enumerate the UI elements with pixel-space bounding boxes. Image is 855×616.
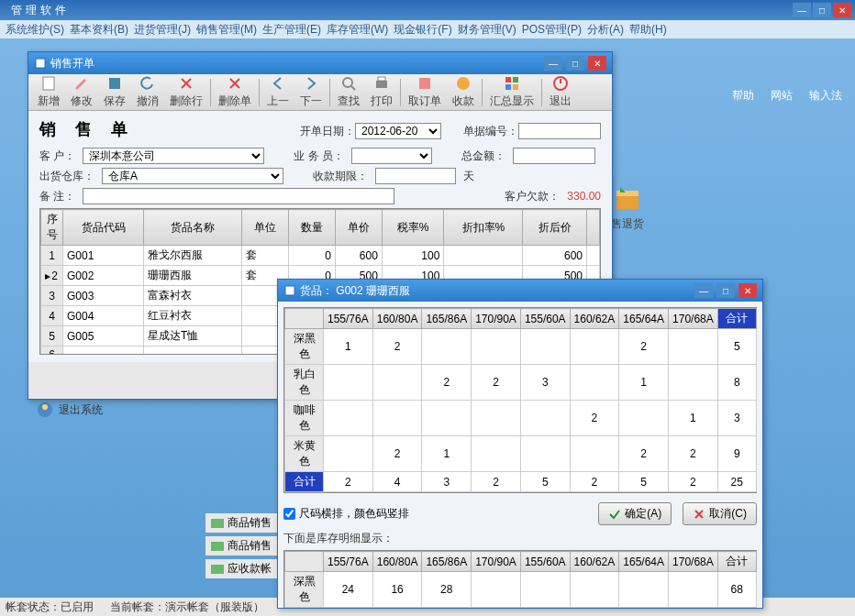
paydays-input[interactable] bbox=[375, 168, 456, 184]
svg-rect-1 bbox=[616, 191, 638, 196]
link-ime[interactable]: 输入法 bbox=[809, 88, 842, 104]
menu-sales[interactable]: 销售管理(M) bbox=[196, 22, 257, 38]
total-label: 总金额： bbox=[461, 148, 505, 164]
tb-edit[interactable]: 修改 bbox=[65, 73, 98, 111]
status-current-account: 当前帐套：演示帐套（服装版） bbox=[110, 600, 264, 615]
menu-finance[interactable]: 财务管理(V) bbox=[458, 22, 516, 38]
tb-getorder[interactable]: 取订单 bbox=[403, 73, 447, 111]
tb-next[interactable]: 下一 bbox=[294, 73, 328, 111]
tb-delrow[interactable]: 删除行 bbox=[164, 73, 208, 111]
menubar: 系统维护(S) 基本资料(B) 进货管理(J) 销售管理(M) 生产管理(E) … bbox=[0, 20, 855, 38]
tab-item[interactable]: 商品销售 bbox=[205, 536, 277, 556]
sales-minimize-button[interactable]: — bbox=[544, 56, 562, 71]
sales-title: 销售开单 bbox=[50, 56, 94, 72]
svg-rect-13 bbox=[513, 77, 518, 82]
paydays-label: 收款期限： bbox=[313, 169, 368, 184]
search-icon bbox=[340, 75, 357, 92]
next-icon bbox=[303, 75, 319, 92]
print-icon bbox=[373, 75, 390, 92]
tb-print[interactable]: 打印 bbox=[365, 73, 398, 111]
tab-label: 应收款帐 bbox=[228, 561, 272, 577]
tb-prev[interactable]: 上一 bbox=[261, 73, 294, 111]
delete-bill-icon bbox=[227, 75, 243, 92]
tab-item[interactable]: 商品销售 bbox=[205, 513, 277, 533]
status-account-state: 帐套状态：已启用 bbox=[6, 600, 94, 615]
menu-basic[interactable]: 基本资料(B) bbox=[70, 22, 128, 38]
svg-point-7 bbox=[343, 78, 352, 87]
matrix-row[interactable]: 深黑色1225 bbox=[285, 329, 757, 365]
stock-row: 深黑色24162868 bbox=[285, 572, 757, 608]
prev-icon bbox=[270, 75, 286, 92]
menu-stock[interactable]: 库存管理(W) bbox=[327, 22, 388, 38]
menu-purchase[interactable]: 进货管理(J) bbox=[134, 22, 191, 38]
goods-window: 货品： G002 珊珊西服 — □ ✕ 155/76A160/80A165/86… bbox=[277, 279, 763, 609]
grid-icon bbox=[211, 542, 224, 551]
stock-grid[interactable]: 155/76A160/80A165/86A170/90A155/60A160/6… bbox=[283, 550, 757, 608]
save-icon bbox=[106, 75, 123, 92]
exit-label: 退出系统 bbox=[59, 402, 103, 418]
goods-minimize-button[interactable]: — bbox=[694, 283, 713, 298]
main-maximize-button[interactable]: □ bbox=[813, 3, 831, 17]
sales-close-button[interactable]: ✕ bbox=[588, 56, 606, 71]
doc-icon bbox=[34, 57, 47, 70]
svg-rect-8 bbox=[376, 81, 387, 88]
remark-input[interactable] bbox=[83, 188, 394, 204]
tb-undo[interactable]: 撤消 bbox=[131, 73, 164, 111]
matrix-row[interactable]: 乳白色22318 bbox=[285, 365, 757, 401]
desktop-icon-return[interactable]: 售退货 bbox=[611, 183, 644, 232]
app-title: 管理软件 bbox=[4, 3, 791, 18]
menu-production[interactable]: 生产管理(E) bbox=[262, 22, 321, 38]
menu-help[interactable]: 帮助(H) bbox=[629, 22, 667, 38]
matrix-row[interactable]: 咖啡色213 bbox=[285, 401, 757, 436]
tb-delbill[interactable]: 删除单 bbox=[213, 73, 257, 111]
tb-exit[interactable]: 退出 bbox=[544, 73, 577, 111]
tb-find[interactable]: 查找 bbox=[332, 73, 365, 111]
goods-titlebar[interactable]: 货品： G002 珊珊西服 — □ ✕ bbox=[278, 280, 762, 302]
tb-summary[interactable]: 汇总显示 bbox=[484, 73, 539, 111]
sales-maximize-button[interactable]: □ bbox=[566, 56, 584, 71]
date-select[interactable]: 2012-06-20 bbox=[355, 123, 441, 139]
main-minimize-button[interactable]: — bbox=[793, 3, 811, 17]
total-input[interactable] bbox=[513, 148, 595, 164]
customer-select[interactable]: 深圳本意公司 bbox=[83, 148, 264, 164]
goods-maximize-button[interactable]: □ bbox=[716, 283, 735, 298]
new-icon bbox=[40, 75, 57, 92]
tab-item[interactable]: 应收款帐 bbox=[205, 559, 277, 578]
svg-point-11 bbox=[457, 77, 470, 90]
order-icon bbox=[416, 75, 433, 92]
exit-system-button[interactable]: 退出系统 bbox=[37, 402, 103, 418]
menu-cash[interactable]: 现金银行(F) bbox=[394, 22, 451, 38]
stock-header-row: 155/76A160/80A165/86A170/90A155/60A160/6… bbox=[285, 552, 757, 572]
orientation-checkbox[interactable]: 尺码横排，颜色码竖排 bbox=[283, 506, 409, 522]
svg-rect-15 bbox=[513, 84, 518, 90]
tb-new[interactable]: 新增 bbox=[32, 73, 65, 111]
paydays-unit: 天 bbox=[463, 169, 474, 184]
goods-close-button[interactable]: ✕ bbox=[738, 283, 757, 298]
matrix-row[interactable]: 米黄色21229 bbox=[285, 436, 757, 472]
customer-label: 客 户： bbox=[39, 148, 75, 164]
matrix-sum-row: 合计2432525225 bbox=[285, 472, 757, 492]
tab-label: 商品销售 bbox=[228, 515, 272, 531]
menu-analysis[interactable]: 分析(A) bbox=[587, 22, 624, 38]
grid-row[interactable]: 1G001雅戈尔西服套0600100600 bbox=[41, 246, 600, 266]
svg-rect-17 bbox=[285, 286, 294, 295]
main-close-button[interactable]: ✕ bbox=[833, 3, 851, 17]
link-help[interactable]: 帮助 bbox=[732, 88, 754, 104]
link-website[interactable]: 网站 bbox=[771, 88, 793, 104]
svg-rect-12 bbox=[505, 77, 511, 82]
tb-save[interactable]: 保存 bbox=[98, 73, 131, 111]
remark-label: 备 注： bbox=[39, 189, 75, 204]
taskbar-tabs: 商品销售 商品销售 应收款帐 bbox=[205, 513, 277, 582]
tb-collect[interactable]: 收款 bbox=[447, 73, 480, 111]
size-matrix-grid[interactable]: 155/76A160/80A165/86A170/90A155/60A160/6… bbox=[283, 307, 757, 493]
grid-icon bbox=[211, 519, 224, 528]
warehouse-select[interactable]: 仓库A bbox=[102, 168, 283, 184]
cancel-button[interactable]: 取消(C) bbox=[683, 502, 757, 525]
salesman-select[interactable] bbox=[351, 148, 432, 164]
menu-system[interactable]: 系统维护(S) bbox=[6, 22, 64, 38]
billno-input[interactable] bbox=[518, 123, 601, 139]
sales-titlebar[interactable]: 销售开单 — □ ✕ bbox=[28, 52, 612, 74]
menu-pos[interactable]: POS管理(P) bbox=[522, 22, 582, 38]
undo-icon bbox=[139, 75, 156, 92]
ok-button[interactable]: 确定(A) bbox=[598, 502, 672, 525]
